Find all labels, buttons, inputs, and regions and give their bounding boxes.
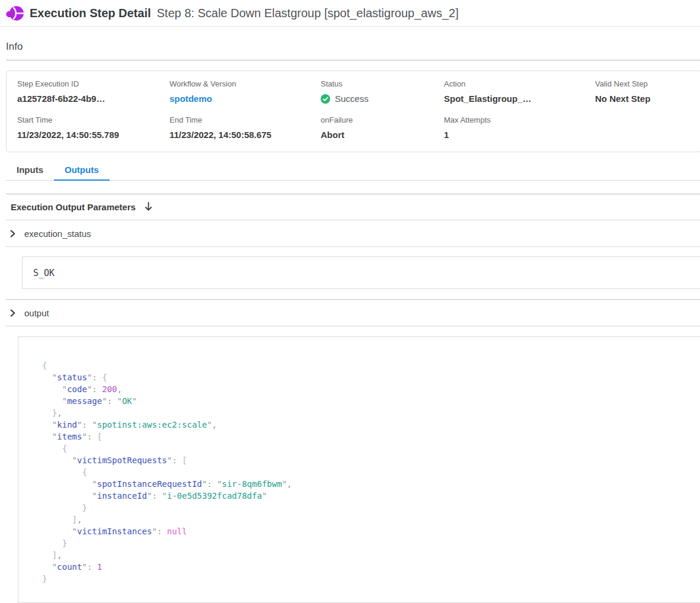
info-divider (6, 60, 700, 60)
tab-outputs[interactable]: Outputs (54, 161, 110, 181)
field-value: 11/23/2022, 14:50:55.789 (17, 130, 170, 140)
field-max-attempts: Max Attempts 1 (444, 116, 595, 140)
execution-output-parameters-title: Execution Output Parameters (11, 202, 136, 212)
field-label: Status (321, 79, 444, 88)
field-value: 11/23/2022, 14:50:58.675 (170, 130, 321, 140)
chevron-right-icon[interactable] (9, 230, 16, 238)
divider (6, 326, 700, 326)
field-value: Spot_Elastigroup_… (444, 94, 595, 104)
field-label: Max Attempts (444, 116, 595, 124)
field-start-time: Start Time 11/23/2022, 14:50:55.789 (17, 116, 170, 140)
field-workflow-version: Workflow & Version spotdemo (170, 79, 321, 104)
workflow-link[interactable]: spotdemo (170, 94, 212, 104)
field-value: No Next Step (595, 94, 700, 104)
field-end-time: End Time 11/23/2022, 14:50:58.675 (170, 116, 321, 140)
field-onfailure: onFailure Abort (321, 116, 444, 140)
field-value: 1 (444, 130, 595, 140)
output-code: { "status": { "code": 200, "message": "O… (42, 360, 689, 585)
info-card: Step Execution ID a125728f-6b22-4b9… Wor… (6, 70, 700, 152)
field-label: Step Execution ID (17, 79, 170, 88)
tab-inputs[interactable]: Inputs (6, 161, 54, 181)
download-outputs-icon[interactable] (144, 202, 153, 212)
field-label: onFailure (321, 116, 444, 124)
page-subtitle: Step 8: Scale Down Elastgroup [spot_elas… (157, 7, 459, 20)
field-step-execution-id: Step Execution ID a125728f-6b22-4b9… (17, 79, 170, 104)
page-title: Execution Step Detail (30, 7, 151, 20)
success-check-icon (321, 94, 330, 104)
execution-output-parameters-header: Execution Output Parameters (6, 194, 700, 220)
app-header: Execution Step Detail Step 8: Scale Down… (0, 0, 700, 27)
io-tabbar: Inputs Outputs (6, 161, 700, 181)
field-valid-next-step: Valid Next Step No Next Step (595, 79, 700, 104)
param-name-execution-status: execution_status (24, 229, 91, 239)
field-action: Action Spot_Elastigroup_… (444, 79, 595, 104)
field-label: End Time (170, 116, 321, 124)
param-name-output: output (24, 308, 49, 318)
execution-status-value: S_OK (22, 256, 700, 289)
field-label: Workflow & Version (170, 79, 321, 88)
param-row-execution-status: execution_status (6, 220, 700, 246)
field-value: Abort (321, 130, 444, 140)
chevron-right-icon[interactable] (9, 309, 16, 317)
field-value: a125728f-6b22-4b9… (17, 94, 170, 104)
param-row-output: output (6, 300, 700, 326)
app-logo-icon (6, 5, 24, 21)
info-section-heading: Info (6, 27, 700, 60)
field-label: Valid Next Step (595, 79, 700, 88)
field-label: Start Time (17, 116, 170, 124)
status-badge: Success (335, 94, 369, 104)
output-json-viewer: { "status": { "code": 200, "message": "O… (18, 336, 700, 603)
divider (6, 246, 700, 247)
field-status: Status Success (321, 79, 444, 104)
field-label: Action (444, 79, 595, 88)
